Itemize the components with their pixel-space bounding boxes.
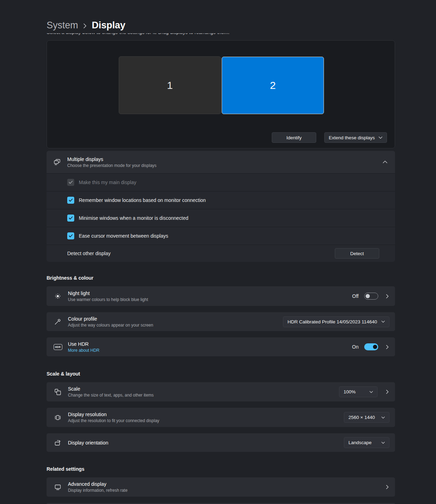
extend-displays-dropdown[interactable]: Extend these displays: [324, 132, 387, 143]
colour-profile-row: Colour profile Adjust the way colours ap…: [47, 312, 395, 331]
chevron-down-icon: [381, 321, 385, 323]
night-light-toggle[interactable]: [364, 293, 378, 300]
use-hdr-toggle[interactable]: [364, 343, 378, 350]
arrangement-hint-text-clipped: Select a display below to change the set…: [47, 33, 395, 37]
advanced-display-title: Advanced display: [68, 481, 386, 487]
checkbox-row-minimise-windows[interactable]: Minimise windows when a monitor is disco…: [47, 209, 395, 227]
scale-title: Scale: [68, 386, 339, 392]
monitor-1-number: 1: [167, 79, 173, 91]
display-orientation-dropdown[interactable]: Landscape: [344, 437, 389, 448]
advanced-display-row[interactable]: Advanced display Display information, re…: [47, 477, 395, 497]
more-about-hdr-link[interactable]: More about HDR: [68, 348, 352, 353]
checkbox-main-display: [67, 179, 74, 186]
breadcrumb-system[interactable]: System: [47, 20, 78, 31]
detect-button[interactable]: Detect: [335, 248, 379, 259]
checkbox-minimise-windows[interactable]: [67, 215, 74, 222]
chevron-up-icon: [383, 161, 387, 163]
night-light-subtitle: Use warmer colours to help block blue li…: [68, 297, 352, 302]
night-light-icon: [53, 292, 63, 300]
use-hdr-row[interactable]: HDR Use HDR More about HDR On: [47, 337, 395, 356]
section-scale-layout: Scale & layout: [47, 371, 395, 377]
section-related-settings: Related settings: [47, 466, 395, 472]
display-resolution-dropdown[interactable]: 2560 × 1440: [344, 412, 389, 423]
use-hdr-title: Use HDR: [68, 341, 352, 347]
section-brightness-colour: Brightness & colour: [47, 275, 395, 281]
multiple-displays-expander[interactable]: Multiple displays Choose the presentatio…: [47, 151, 395, 173]
night-light-row[interactable]: Night light Use warmer colours to help b…: [47, 286, 395, 306]
display-orientation-title: Display orientation: [68, 440, 344, 446]
chevron-down-icon: [381, 442, 385, 444]
night-light-title: Night light: [68, 290, 352, 296]
checkbox-remember-locations[interactable]: [67, 197, 74, 204]
chevron-down-icon: [381, 416, 385, 419]
checkbox-row-main-display: Make this my main display: [47, 173, 395, 191]
detect-display-row: Detect other display Detect: [47, 245, 395, 262]
scale-dropdown[interactable]: 100%: [339, 386, 378, 397]
checkbox-label: Minimise windows when a monitor is disco…: [79, 215, 188, 221]
identify-button[interactable]: Identify: [272, 132, 316, 143]
display-resolution-title: Display resolution: [68, 412, 344, 417]
colour-profile-icon: [53, 318, 63, 326]
scale-row[interactable]: Scale Change the size of text, apps, and…: [47, 382, 395, 401]
use-hdr-state: On: [352, 344, 359, 350]
monitor-2[interactable]: 2: [222, 57, 324, 114]
multiple-displays-title: Multiple displays: [67, 156, 383, 162]
display-orientation-icon: [53, 439, 63, 447]
night-light-state: Off: [352, 293, 359, 299]
advanced-display-icon: [53, 483, 63, 491]
checkbox-label: Make this my main display: [79, 180, 136, 185]
breadcrumb-chevron-icon: [83, 22, 87, 29]
checkbox-ease-cursor[interactable]: [67, 232, 74, 239]
checkbox-row-remember-locations[interactable]: Remember window locations based on monit…: [47, 191, 395, 209]
colour-profile-subtitle: Adjust the way colours appear on your sc…: [68, 323, 283, 328]
display-resolution-icon: [53, 414, 63, 421]
display-resolution-row: Display resolution Adjust the resolution…: [47, 408, 395, 427]
hdr-icon: HDR: [53, 344, 63, 350]
monitor-1[interactable]: 1: [119, 56, 221, 114]
colour-profile-dropdown[interactable]: HDR Calibrated Profile 14/05/2023 114640: [283, 316, 389, 327]
colour-profile-title: Colour profile: [68, 316, 283, 322]
display-arrangement-panel: 1 2 Identify Extend these displays: [47, 40, 395, 148]
breadcrumb: System Display: [47, 20, 395, 31]
checkbox-row-ease-cursor[interactable]: Ease cursor movement between displays: [47, 227, 395, 245]
checkbox-label: Remember window locations based on monit…: [79, 197, 206, 203]
chevron-right-icon: [386, 345, 389, 349]
settings-page: { "breadcrumb": { "root": "System", "cur…: [0, 0, 436, 504]
display-orientation-row: Display orientation Landscape: [47, 433, 395, 452]
scale-subtitle: Change the size of text, apps, and other…: [68, 393, 339, 398]
chevron-right-icon: [386, 485, 389, 489]
advanced-display-subtitle: Display information, refresh rate: [68, 488, 386, 493]
multiple-displays-subtitle: Choose the presentation mode for your di…: [67, 163, 383, 168]
display-resolution-subtitle: Adjust the resolution to fit your connec…: [68, 418, 344, 423]
scale-icon: [53, 388, 63, 396]
page-title: Display: [92, 20, 125, 31]
multiple-displays-group: Multiple displays Choose the presentatio…: [47, 151, 395, 262]
chevron-right-icon: [386, 390, 389, 394]
detect-label: Detect other display: [67, 251, 111, 256]
chevron-down-icon: [379, 136, 382, 139]
chevron-down-icon: [369, 391, 373, 393]
checkbox-label: Ease cursor movement between displays: [79, 233, 168, 239]
multiple-displays-icon: [52, 158, 62, 166]
chevron-right-icon: [386, 294, 389, 299]
monitor-2-number: 2: [270, 79, 276, 91]
